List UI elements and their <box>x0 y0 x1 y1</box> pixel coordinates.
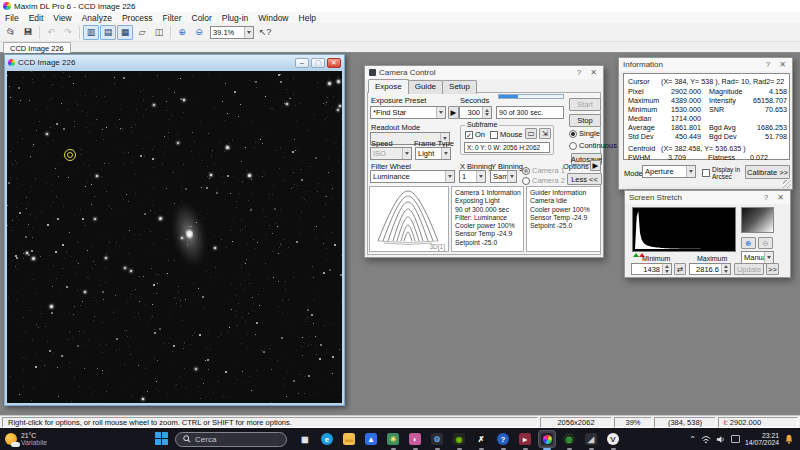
taskbar-icon-edge-browser[interactable]: e <box>319 431 335 447</box>
histogram-zoom-out-button[interactable]: ⊖ <box>758 237 773 249</box>
search-box[interactable]: Cerca <box>175 432 287 447</box>
display-arcsec-checkbox[interactable]: Display in Arcsec <box>702 166 742 180</box>
taskbar-icon-phd2-guiding[interactable]: ◎ <box>561 431 577 447</box>
minimize-button[interactable]: – <box>295 58 309 68</box>
options-flyout-button[interactable]: ▶ <box>590 160 601 171</box>
context-help-icon[interactable]: ↖? <box>257 25 273 40</box>
taskbar-icon-settings[interactable]: ⚙ <box>429 431 445 447</box>
volume-icon[interactable] <box>716 435 726 444</box>
menu-item-help[interactable]: Help <box>294 12 321 23</box>
information-window-toggle-icon[interactable]: ▤ <box>100 25 116 40</box>
taskbar-icon-maxim-dl[interactable] <box>539 431 555 447</box>
wifi-icon[interactable] <box>701 435 711 444</box>
taskbar-icon-file-explorer[interactable]: ▬ <box>341 431 357 447</box>
minimum-spinner[interactable]: 1438 <box>631 263 672 275</box>
pin-window-icon[interactable]: ▱ <box>134 25 150 40</box>
close-button[interactable]: ✕ <box>327 58 341 68</box>
redo-icon[interactable]: ↷ <box>60 25 76 40</box>
batch-window-icon[interactable]: ◫ <box>151 25 167 40</box>
tab-expose[interactable]: Expose <box>368 79 409 93</box>
document-tab[interactable]: CCD Image 226 <box>3 42 71 53</box>
less-button[interactable]: Less << <box>567 173 602 185</box>
histogram-zoom-in-button[interactable]: ⊕ <box>741 237 756 249</box>
zoom-level-select[interactable]: 39.1% <box>210 26 254 39</box>
screen-stretch-toggle-icon[interactable]: ▥ <box>83 25 99 40</box>
menu-item-view[interactable]: View <box>48 12 76 23</box>
taskbar-icon-voice-app[interactable]: V <box>605 431 621 447</box>
menu-item-analyze[interactable]: Analyze <box>77 12 117 23</box>
speed-select[interactable]: ISO <box>370 147 412 160</box>
screen-stretch-titlebar[interactable]: Screen Stretch ? ✕ <box>625 191 790 204</box>
help-button[interactable]: ? <box>766 60 770 69</box>
subframe-on-checkbox[interactable]: ✓On <box>465 130 485 139</box>
stop-button[interactable]: Stop <box>569 114 601 127</box>
taskbar-icon-task-view[interactable]: ▦ <box>297 431 313 447</box>
filter-wheel-select[interactable]: Luminance <box>370 170 455 183</box>
plot-mode-label[interactable]: 3D[1] <box>429 243 445 250</box>
weather-widget[interactable]: 21°C Variabile <box>5 432 155 447</box>
app-titlebar[interactable]: Maxim DL Pro 6 - CCD Image 226 <box>0 0 800 12</box>
open-file-icon[interactable]: 📂︎ <box>3 25 19 40</box>
full-frame-button[interactable]: ⇲ <box>539 128 551 139</box>
menu-item-filter[interactable]: Filter <box>158 12 187 23</box>
taskbar-icon-image-viewer[interactable]: ☀ <box>385 431 401 447</box>
taskbar-icon-nvidia-app[interactable]: ◉ <box>451 431 467 447</box>
menu-item-plug-in[interactable]: Plug-in <box>217 12 253 23</box>
menu-item-file[interactable]: File <box>0 12 24 23</box>
camera-control-toggle-icon[interactable]: ▦ <box>117 25 133 40</box>
hidden-icons-chevron[interactable]: ⌃ <box>689 435 696 444</box>
save-file-icon[interactable]: 💾︎ <box>20 25 36 40</box>
notification-bell-icon[interactable] <box>784 434 794 444</box>
information-titlebar[interactable]: Information ? ✕ <box>619 58 792 71</box>
menu-item-process[interactable]: Process <box>117 12 158 23</box>
help-button[interactable]: ? <box>577 68 581 77</box>
menu-item-window[interactable]: Window <box>253 12 293 23</box>
preset-flyout-button[interactable]: ▶ <box>448 106 459 119</box>
close-button[interactable]: ✕ <box>777 193 784 202</box>
ccd-image-titlebar[interactable]: CCD Image 226 – ▢ ✕ <box>5 55 344 70</box>
tab-guide[interactable]: Guide <box>408 80 443 94</box>
taskbar-icon-x-app[interactable]: ✗ <box>473 431 489 447</box>
start-button[interactable] <box>155 432 169 446</box>
taskbar-icon-photos[interactable]: ▲ <box>363 431 379 447</box>
seconds-spinner[interactable]: 300 <box>459 106 492 119</box>
taskbar-icon-paint[interactable]: ◗ <box>407 431 423 447</box>
maximum-spinner[interactable]: 2816.6 <box>689 263 731 275</box>
help-button[interactable]: ? <box>764 193 768 202</box>
start-button[interactable]: Start <box>569 98 601 111</box>
expand-button[interactable]: >> <box>766 263 779 275</box>
close-button[interactable]: ✕ <box>779 60 786 69</box>
language-indicator[interactable] <box>731 435 740 443</box>
update-button[interactable]: Update <box>734 263 764 275</box>
clock[interactable]: 23:21 14/07/2024 <box>745 432 779 447</box>
camera-control-titlebar[interactable]: Camera Control ? ✕ <box>365 66 603 79</box>
swap-min-max-button[interactable]: ⇄ <box>674 263 686 275</box>
subframe-mouse-checkbox[interactable]: Mouse <box>490 130 523 139</box>
close-button[interactable]: ✕ <box>590 68 597 77</box>
restore-button[interactable]: ▢ <box>311 58 325 68</box>
frame-type-select[interactable]: Light <box>415 147 451 160</box>
ccd-image-canvas[interactable] <box>7 71 342 403</box>
continuous-radio[interactable]: Continuous <box>569 141 617 150</box>
zoom-out-icon[interactable]: ⊖ <box>191 25 207 40</box>
taskbar-icon-help-app[interactable]: ? <box>495 431 511 447</box>
exposure-preset-select[interactable]: *Find Star <box>370 106 446 119</box>
taskbar-icon-media-app[interactable]: ▸ <box>517 431 533 447</box>
camera1-radio[interactable]: Camera 1 <box>522 166 565 175</box>
subframe-editor-button[interactable]: ▭ <box>525 128 537 139</box>
menu-item-color[interactable]: Color <box>187 12 217 23</box>
tab-setup[interactable]: Setup <box>442 80 477 94</box>
calibrate-button[interactable]: Calibrate >> <box>745 165 790 179</box>
zoom-in-icon[interactable]: ⊕ <box>174 25 190 40</box>
undo-icon[interactable]: ↶ <box>43 25 59 40</box>
y-binning-select[interactable]: Same <box>490 170 517 183</box>
mode-select[interactable]: Aperture <box>642 165 696 178</box>
subframe-coords-field[interactable]: X: 0 Y: 0 W: 2056 H:2062 <box>464 142 550 153</box>
camera2-radio[interactable]: Camera 2 <box>522 176 565 185</box>
menu-item-edit[interactable]: Edit <box>24 12 49 23</box>
single-radio[interactable]: Single <box>569 129 600 138</box>
resize-grip[interactable] <box>783 180 791 188</box>
histogram-panel[interactable] <box>632 207 736 252</box>
taskbar-icon-astro-tool[interactable]: ◢ <box>583 431 599 447</box>
x-binning-select[interactable]: 1 <box>459 170 486 183</box>
